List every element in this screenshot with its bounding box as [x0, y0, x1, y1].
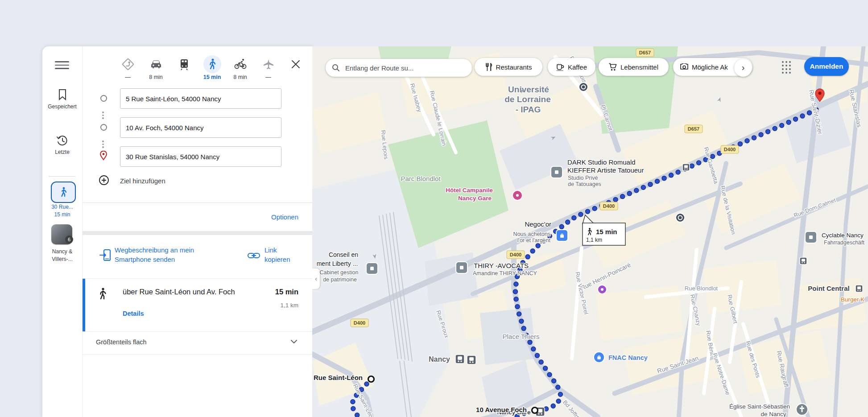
plane-icon [263, 58, 274, 70]
more-filters-button[interactable]: › [734, 59, 752, 77]
transit-icon [676, 213, 685, 222]
waypoint-dots [102, 139, 104, 149]
car-icon [150, 58, 162, 70]
map-label: Studio Privé [568, 175, 598, 181]
svg-text:1,1 km: 1,1 km [586, 237, 602, 243]
map-searchbar [326, 59, 472, 77]
collapse-panel-button[interactable]: ‹ [312, 268, 320, 289]
circle-icon [513, 190, 522, 200]
sign-in-button[interactable]: Anmelden [804, 57, 849, 76]
recent-trip-map-thumb[interactable]: 6 [51, 224, 72, 244]
share-row: Wegbeschreibung an mein Smartphone sende… [83, 235, 313, 278]
map-label: ment Liberty ... [317, 260, 358, 267]
recent-trip-walking[interactable] [51, 182, 76, 203]
filter-chip-lebensmittel[interactable]: Lebensmittel [599, 58, 669, 76]
map-label: de Nancy [761, 411, 786, 417]
stop-input[interactable] [120, 117, 281, 138]
sidebar-item-label: Letzte [42, 149, 82, 156]
waypoint-marker [532, 408, 538, 413]
sidebar-item-label: Gespeichert [42, 103, 82, 110]
map-label: Point Central [808, 285, 849, 292]
mode-bike[interactable]: 8 min [226, 55, 254, 81]
trip-count-badge: 6 [65, 235, 73, 244]
filter-chip-kaffee[interactable]: Kaffee [548, 58, 595, 76]
route-summary-card[interactable]: über Rue Saint-Léon und Av. Foch 15 min … [83, 278, 313, 332]
mode-transit[interactable] [170, 55, 198, 81]
bookmark-icon [57, 88, 68, 101]
terrain-label: Größtenteils flach [96, 339, 147, 346]
walking-icon [98, 288, 107, 300]
divider [49, 176, 75, 177]
terrain-row[interactable]: Größtenteils flach [83, 331, 313, 355]
svg-text:D400: D400 [724, 147, 736, 152]
divider [83, 202, 313, 203]
svg-text:15 min: 15 min [596, 228, 617, 235]
options-link[interactable]: Optionen [271, 213, 298, 221]
close-icon [289, 58, 302, 70]
directions-panel: — 8 min 15 min 8 min — [83, 46, 313, 417]
map-label: Negoc'or [525, 220, 551, 228]
train-icon [455, 355, 464, 363]
train-icon [467, 355, 476, 364]
map-label: Burger K [841, 296, 864, 303]
mode-flight[interactable]: — [254, 55, 282, 81]
map-label: Place Thiers [502, 333, 539, 340]
svg-text:D400: D400 [510, 252, 521, 257]
send-to-phone-icon [99, 248, 111, 262]
route-duration: 15 min [275, 288, 298, 296]
map-label: Église Saint-Sébastien [729, 403, 790, 410]
search-along-route-input[interactable] [344, 64, 466, 72]
poi-icon [456, 262, 467, 273]
menu-icon[interactable] [55, 59, 69, 70]
chevron-right-icon: › [742, 62, 745, 72]
destination-input[interactable] [120, 146, 281, 167]
recent-trip-label: Nancy &Villers-... [42, 248, 82, 263]
route-via: über Rue Saint-Léon und Av. Foch [123, 288, 261, 296]
bus-icon [800, 257, 807, 264]
bus-icon [856, 285, 863, 292]
map-label: - IPAG [516, 105, 541, 114]
map-label: Rue Saint-Léon [314, 374, 363, 381]
map-label: 10 Avenue Foch [476, 406, 527, 413]
road-badge: D400 [600, 202, 618, 210]
grocery-cart-icon [609, 63, 617, 71]
poi-icon [366, 263, 378, 274]
map-label: l'or et l'argent [517, 237, 551, 244]
svg-text:D657: D657 [688, 126, 699, 132]
svg-text:D400: D400 [354, 320, 365, 326]
camera-icon [680, 63, 688, 70]
map-canvas[interactable]: Universitéde Lorraine- IPAGPl. CarnotRue… [312, 46, 868, 417]
walking-icon [58, 187, 68, 198]
send-to-phone-link[interactable]: Wegbeschreibung an mein Smartphone sende… [115, 245, 222, 264]
add-destination-button[interactable]: Ziel hinzufügen [83, 173, 313, 190]
map-label: Hôtel Campanile [446, 187, 493, 194]
selected-route-bar [83, 279, 85, 331]
copy-link-button[interactable]: Link kopieren [265, 245, 302, 264]
walking-icon [207, 58, 217, 70]
mode-walk[interactable]: 15 min [198, 55, 226, 81]
origin-input[interactable] [120, 88, 281, 109]
map-label: THIRY -AVOCATS [474, 262, 529, 269]
route-details-link[interactable]: Details [123, 310, 144, 317]
map-label: de patrimoine [323, 277, 357, 283]
map-label: de Lorraine [504, 95, 550, 104]
map-label: Nancy Gare [458, 195, 492, 202]
sidebar-item-saved[interactable]: Gespeichert [42, 88, 82, 110]
sidebar-item-recent[interactable]: Letzte [42, 135, 82, 156]
poi-blue-icon [556, 230, 568, 241]
map-label: DARK Studio Romuald [567, 158, 636, 166]
close-directions-button[interactable] [289, 58, 302, 70]
filter-chip-restaurants[interactable]: Restaurants [475, 58, 542, 76]
map-label: Cyclable Nancy [822, 232, 864, 239]
waypoint-dots [102, 110, 104, 120]
poi-icon [805, 231, 817, 243]
svg-text:D400: D400 [603, 203, 615, 209]
map-label: Rue Blondlot [685, 285, 718, 292]
search-icon [332, 64, 340, 72]
map-label: Nancy [429, 355, 450, 363]
poi-icon [551, 166, 562, 178]
mode-best-route[interactable]: — [114, 55, 142, 81]
mode-drive[interactable]: 8 min [142, 55, 170, 81]
road-badge: D400 [721, 145, 739, 153]
map-label: Conseil en [329, 251, 358, 258]
